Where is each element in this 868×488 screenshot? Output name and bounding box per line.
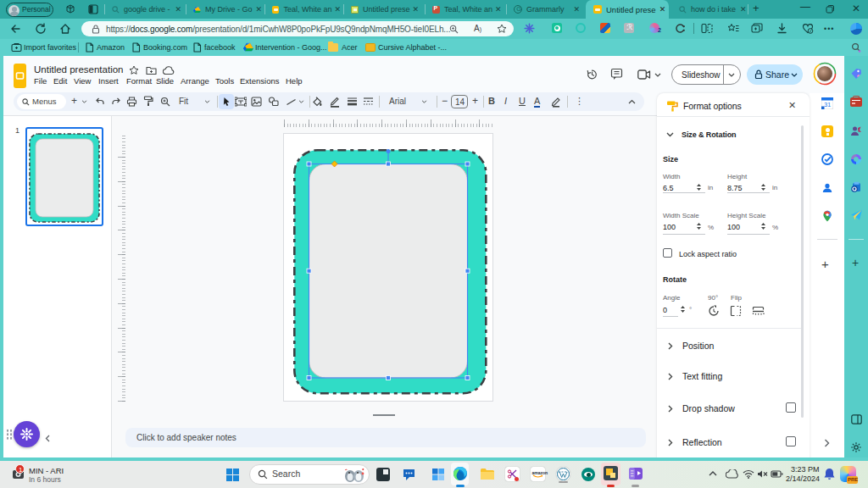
svg-text:31: 31 xyxy=(824,102,831,108)
